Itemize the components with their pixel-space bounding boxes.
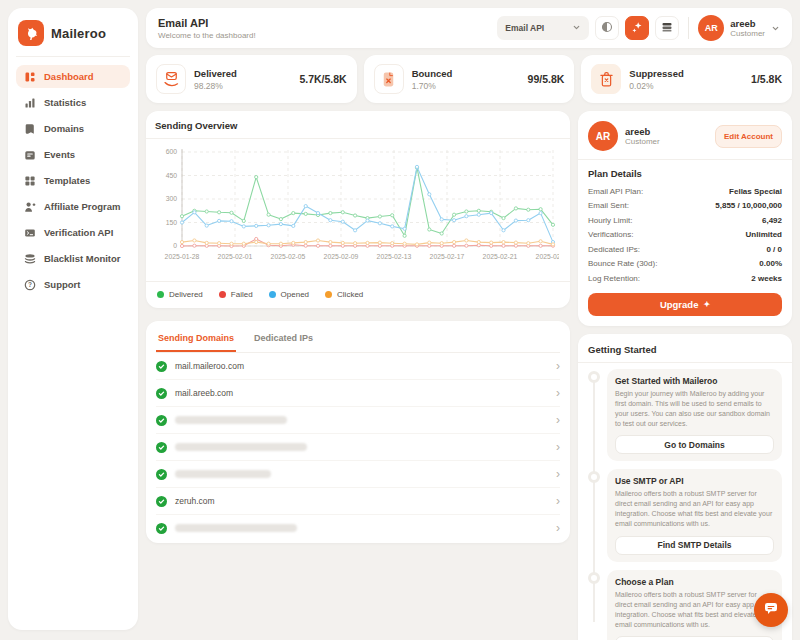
sidebar-item-support[interactable]: ?Support xyxy=(16,273,130,296)
theme-toggle-icon xyxy=(601,21,613,36)
plan-detail-value: Fellas Special xyxy=(729,187,782,196)
sidebar-item-verification-api[interactable]: Verification API xyxy=(16,221,130,244)
tab-dedicated-ips[interactable]: Dedicated IPs xyxy=(252,325,315,352)
redacted-domain xyxy=(175,524,297,532)
sparkle-icon: ✦ xyxy=(703,300,710,309)
verification-icon xyxy=(24,227,36,239)
sidebar-item-label: Templates xyxy=(44,175,90,186)
domain-row[interactable]: › xyxy=(156,407,560,434)
sidebar-item-affiliate-program[interactable]: Affiliate Program xyxy=(16,195,130,218)
sidebar: Maileroo DashboardStatisticsDomainsEvent… xyxy=(8,8,138,630)
domain-row[interactable]: zeruh.com› xyxy=(156,488,560,515)
domain-row[interactable]: › xyxy=(156,461,560,488)
plan-detail-row: Verifications:Unlimited xyxy=(588,228,782,243)
legend-label: Opened xyxy=(281,290,309,299)
avatar: AR xyxy=(698,15,724,41)
user-menu[interactable]: AR areeb Customer xyxy=(698,15,780,41)
step-body: Maileroo offers both a robust SMTP serve… xyxy=(615,590,774,631)
stat-label: Bounced xyxy=(412,68,453,79)
sidebar-item-domains[interactable]: Domains xyxy=(16,117,130,140)
left-column: Sending Overview 01503004506002025-01-28… xyxy=(146,111,570,543)
step-card: Use SMTP or APIMaileroo offers both a ro… xyxy=(607,469,782,562)
plan-detail-value: Unlimited xyxy=(746,230,782,239)
plan-detail-label: Log Retention: xyxy=(588,274,640,283)
plan-detail-value: 0.00% xyxy=(759,259,782,268)
domain-row[interactable]: mail.maileroo.com› xyxy=(156,353,560,380)
step-button-2[interactable]: See Plans xyxy=(615,636,774,640)
step-title: Use SMTP or API xyxy=(615,476,774,486)
verified-check-icon xyxy=(156,469,167,480)
sidebar-item-blacklist-monitor[interactable]: Blacklist Monitor xyxy=(16,247,130,270)
tab-sending-domains[interactable]: Sending Domains xyxy=(156,325,236,352)
plan-detail-row: Bounce Rate (30d):0.00% xyxy=(588,257,782,272)
step-title: Get Started with Maileroo xyxy=(615,376,774,386)
chart-legend: DeliveredFailedOpenedClicked xyxy=(155,287,561,299)
sidebar-item-dashboard[interactable]: Dashboard xyxy=(16,65,130,88)
user-info: areeb Customer xyxy=(730,18,765,39)
redacted-domain xyxy=(175,470,271,478)
hand-envelope-icon xyxy=(156,64,186,94)
legend-label: Failed xyxy=(231,290,253,299)
svg-text:2025-02-13: 2025-02-13 xyxy=(377,253,412,260)
legend-dot-icon xyxy=(219,291,226,298)
stat-value: 1/5.8K xyxy=(751,73,782,85)
stack-button[interactable] xyxy=(655,16,679,40)
divider xyxy=(146,138,570,139)
stat-card-suppressed: Suppressed 0.02% 1/5.8K xyxy=(581,55,792,103)
step-button-1[interactable]: Find SMTP Details xyxy=(615,536,774,555)
header-controls: Email API AR areeb Customer xyxy=(497,15,780,41)
legend-item-clicked: Clicked xyxy=(325,290,363,299)
right-column: AR areeb Customer Edit Account Plan Deta… xyxy=(578,111,792,640)
logo[interactable]: Maileroo xyxy=(16,18,130,57)
theme-toggle-button[interactable] xyxy=(595,16,619,40)
chevron-right-icon: › xyxy=(556,495,560,507)
plan-detail-label: Hourly Limit: xyxy=(588,216,632,225)
edit-account-button[interactable]: Edit Account xyxy=(715,125,782,148)
divider xyxy=(146,281,570,282)
verified-check-icon xyxy=(156,388,167,399)
domain-name: mail.areeb.com xyxy=(175,388,233,398)
sparkle-icon xyxy=(631,21,643,36)
step-button-0[interactable]: Go to Domains xyxy=(615,435,774,454)
domain-row[interactable]: › xyxy=(156,515,560,541)
svg-text:0: 0 xyxy=(173,242,177,249)
statistics-icon xyxy=(24,97,36,109)
upgrade-button[interactable]: Upgrade ✦ xyxy=(588,293,782,316)
step-title: Choose a Plan xyxy=(615,577,774,587)
getting-started-step: Get Started with MailerooBegin your jour… xyxy=(588,369,782,462)
account-user-role: Customer xyxy=(625,137,660,147)
stat-card-bounced: Bounced 1.70% 99/5.8K xyxy=(364,55,575,103)
legend-label: Delivered xyxy=(169,290,203,299)
service-select[interactable]: Email API xyxy=(497,16,589,40)
sidebar-item-statistics[interactable]: Statistics xyxy=(16,91,130,114)
getting-started-step: Choose a PlanMaileroo offers both a robu… xyxy=(588,570,782,640)
domain-row[interactable]: mail.areeb.com› xyxy=(156,380,560,407)
account-card: AR areeb Customer Edit Account Plan Deta… xyxy=(578,111,792,326)
svg-text:?: ? xyxy=(28,281,32,288)
upgrade-sparkle-button[interactable] xyxy=(625,16,649,40)
sidebar-item-label: Dashboard xyxy=(44,71,94,82)
stats-row: Delivered 98.28% 5.7K/5.8K Bounced 1.70%… xyxy=(146,55,792,103)
templates-icon xyxy=(24,175,36,187)
chat-bubble-icon xyxy=(762,600,780,621)
sidebar-item-events[interactable]: Events xyxy=(16,143,130,166)
chat-fab-button[interactable] xyxy=(754,593,788,627)
domain-list: mail.maileroo.com›mail.areeb.com››››zeru… xyxy=(156,353,560,541)
chevron-right-icon: › xyxy=(556,468,560,480)
stat-label: Suppressed xyxy=(629,68,683,79)
account-user-info: areeb Customer xyxy=(625,126,660,147)
page-title: Email API xyxy=(158,17,256,29)
sidebar-item-templates[interactable]: Templates xyxy=(16,169,130,192)
sidebar-item-label: Verification API xyxy=(44,227,113,238)
verified-check-icon xyxy=(156,442,167,453)
domain-row[interactable]: › xyxy=(156,434,560,461)
legend-item-failed: Failed xyxy=(219,290,253,299)
step-body: Maileroo offers both a robust SMTP serve… xyxy=(615,489,774,530)
stat-value: 99/5.8K xyxy=(528,73,565,85)
plan-detail-row: Log Retention:2 weeks xyxy=(588,271,782,286)
chart-title: Sending Overview xyxy=(155,120,561,131)
svg-text:600: 600 xyxy=(166,148,178,155)
sidebar-item-label: Support xyxy=(44,279,80,290)
domains-tabs: Sending Domains Dedicated IPs xyxy=(156,321,560,353)
step-marker-icon xyxy=(588,371,600,383)
